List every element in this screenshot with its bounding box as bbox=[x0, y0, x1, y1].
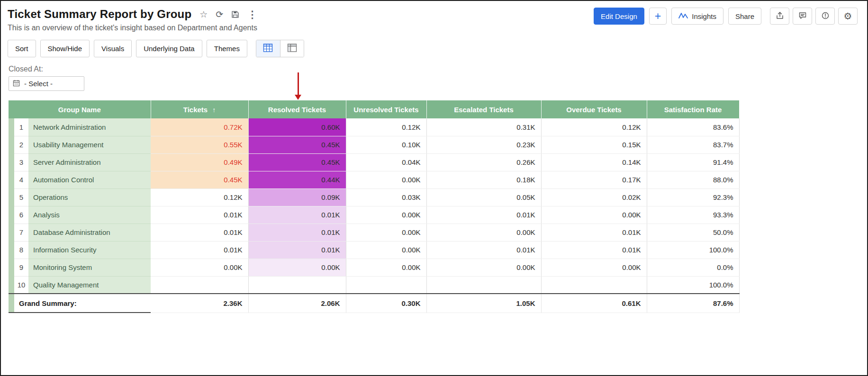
tickets-cell[interactable] bbox=[151, 276, 248, 294]
column-header-group-name[interactable]: Group Name bbox=[9, 100, 151, 118]
column-header-satisfaction-rate[interactable]: Satisfaction Rate bbox=[647, 100, 739, 118]
satisfaction-rate-cell[interactable]: 93.3% bbox=[647, 206, 739, 224]
unresolved-tickets-cell[interactable]: 0.10K bbox=[346, 136, 426, 153]
overdue-tickets-cell[interactable]: 0.00K bbox=[541, 259, 647, 276]
sort-ascending-icon[interactable]: ↑ bbox=[212, 106, 216, 114]
tickets-cell[interactable]: 0.55K bbox=[151, 136, 248, 153]
visuals-button[interactable]: Visuals bbox=[94, 40, 132, 57]
satisfaction-rate-cell[interactable]: 0.0% bbox=[647, 259, 739, 276]
overdue-tickets-cell[interactable]: 0.14K bbox=[541, 153, 647, 171]
escalated-tickets-cell[interactable]: 0.00K bbox=[426, 224, 541, 241]
group-name-cell[interactable]: Information Security bbox=[28, 241, 151, 259]
resolved-tickets-cell[interactable]: 0.45K bbox=[248, 153, 346, 171]
escalated-tickets-cell[interactable]: 0.01K bbox=[426, 241, 541, 259]
tickets-cell[interactable]: 0.01K bbox=[151, 206, 248, 224]
tickets-cell[interactable]: 0.45K bbox=[151, 171, 248, 188]
show-hide-button[interactable]: Show/Hide bbox=[40, 40, 90, 57]
escalated-tickets-cell[interactable]: 0.00K bbox=[426, 259, 541, 276]
unresolved-tickets-cell[interactable]: 0.12K bbox=[346, 118, 426, 136]
overdue-tickets-cell[interactable]: 0.00K bbox=[541, 206, 647, 224]
escalated-tickets-cell[interactable] bbox=[426, 276, 541, 294]
satisfaction-rate-cell[interactable]: 50.0% bbox=[647, 224, 739, 241]
escalated-tickets-cell[interactable]: 0.31K bbox=[426, 118, 541, 136]
group-name-cell[interactable]: Usability Management bbox=[28, 136, 151, 153]
save-icon[interactable] bbox=[231, 10, 239, 18]
row-number: 8 bbox=[14, 241, 28, 259]
tickets-cell[interactable]: 0.00K bbox=[151, 259, 248, 276]
group-name-cell[interactable]: Automation Control bbox=[28, 171, 151, 188]
tickets-cell[interactable]: 0.01K bbox=[151, 241, 248, 259]
settings-button[interactable]: ⚙ bbox=[838, 8, 858, 25]
unresolved-tickets-cell[interactable]: 0.03K bbox=[346, 188, 426, 206]
unresolved-tickets-cell[interactable]: 0.04K bbox=[346, 153, 426, 171]
overdue-tickets-cell[interactable]: 0.12K bbox=[541, 118, 647, 136]
resolved-tickets-cell[interactable]: 0.00K bbox=[248, 259, 346, 276]
group-name-cell[interactable]: Operations bbox=[28, 188, 151, 206]
escalated-tickets-cell[interactable]: 0.26K bbox=[426, 153, 541, 171]
comments-button[interactable] bbox=[793, 8, 812, 25]
overdue-tickets-cell[interactable] bbox=[541, 276, 647, 294]
column-header-overdue-tickets[interactable]: Overdue Tickets bbox=[541, 100, 647, 118]
satisfaction-rate-cell[interactable]: 100.0% bbox=[647, 276, 739, 294]
group-name-cell[interactable]: Quality Management bbox=[28, 276, 151, 294]
escalated-tickets-cell[interactable]: 0.01K bbox=[426, 206, 541, 224]
table-body: 1 Network Administration 0.72K 0.60K 0.1… bbox=[9, 118, 739, 294]
tickets-cell[interactable]: 0.01K bbox=[151, 224, 248, 241]
share-button[interactable]: Share bbox=[728, 8, 761, 25]
unresolved-tickets-cell[interactable]: 0.00K bbox=[346, 259, 426, 276]
refresh-icon[interactable]: ⟳ bbox=[216, 10, 223, 19]
alerts-button[interactable] bbox=[815, 8, 835, 25]
satisfaction-rate-cell[interactable]: 88.0% bbox=[647, 171, 739, 188]
resolved-tickets-cell[interactable]: 0.01K bbox=[248, 241, 346, 259]
sort-button[interactable]: Sort bbox=[8, 40, 36, 57]
tickets-cell[interactable]: 0.72K bbox=[151, 118, 248, 136]
unresolved-tickets-cell[interactable]: 0.00K bbox=[346, 224, 426, 241]
resolved-tickets-cell[interactable]: 0.01K bbox=[248, 206, 346, 224]
pivot-view-button[interactable] bbox=[280, 40, 304, 57]
escalated-tickets-cell[interactable]: 0.05K bbox=[426, 188, 541, 206]
overdue-tickets-cell[interactable]: 0.01K bbox=[541, 241, 647, 259]
tickets-cell[interactable]: 0.12K bbox=[151, 188, 248, 206]
column-header-resolved-tickets[interactable]: Resolved Tickets bbox=[248, 100, 346, 118]
group-name-cell[interactable]: Monitoring System bbox=[28, 259, 151, 276]
favorite-star-icon[interactable]: ☆ bbox=[199, 10, 208, 19]
unresolved-tickets-cell[interactable]: 0.00K bbox=[346, 171, 426, 188]
unresolved-tickets-cell[interactable]: 0.00K bbox=[346, 241, 426, 259]
resolved-tickets-cell[interactable]: 0.60K bbox=[248, 118, 346, 136]
overdue-tickets-cell[interactable]: 0.15K bbox=[541, 136, 647, 153]
group-name-cell[interactable]: Analysis bbox=[28, 206, 151, 224]
resolved-tickets-cell[interactable]: 0.45K bbox=[248, 136, 346, 153]
closed-at-select[interactable]: - Select - bbox=[9, 76, 84, 91]
unresolved-tickets-cell[interactable] bbox=[346, 276, 426, 294]
edit-design-button[interactable]: Edit Design bbox=[594, 8, 644, 25]
overdue-tickets-cell[interactable]: 0.01K bbox=[541, 224, 647, 241]
tickets-cell[interactable]: 0.49K bbox=[151, 153, 248, 171]
resolved-tickets-cell[interactable]: 0.44K bbox=[248, 171, 346, 188]
export-button[interactable] bbox=[770, 8, 789, 25]
add-button[interactable]: + bbox=[649, 8, 667, 25]
unresolved-tickets-cell[interactable]: 0.00K bbox=[346, 206, 426, 224]
escalated-tickets-cell[interactable]: 0.18K bbox=[426, 171, 541, 188]
column-header-escalated-tickets[interactable]: Escalated Tickets bbox=[426, 100, 541, 118]
table-view-button[interactable] bbox=[256, 40, 280, 57]
more-options-icon[interactable]: ⋮ bbox=[247, 9, 257, 19]
group-name-cell[interactable]: Database Administration bbox=[28, 224, 151, 241]
resolved-tickets-cell[interactable] bbox=[248, 276, 346, 294]
escalated-tickets-cell[interactable]: 0.23K bbox=[426, 136, 541, 153]
underlying-data-button[interactable]: Underlying Data bbox=[136, 40, 202, 57]
satisfaction-rate-cell[interactable]: 92.3% bbox=[647, 188, 739, 206]
column-header-tickets[interactable]: Tickets↑ bbox=[151, 100, 248, 118]
resolved-tickets-cell[interactable]: 0.01K bbox=[248, 224, 346, 241]
satisfaction-rate-cell[interactable]: 83.7% bbox=[647, 136, 739, 153]
satisfaction-rate-cell[interactable]: 100.0% bbox=[647, 241, 739, 259]
overdue-tickets-cell[interactable]: 0.17K bbox=[541, 171, 647, 188]
insights-button[interactable]: Insights bbox=[671, 8, 723, 25]
satisfaction-rate-cell[interactable]: 83.6% bbox=[647, 118, 739, 136]
group-name-cell[interactable]: Network Administration bbox=[28, 118, 151, 136]
resolved-tickets-cell[interactable]: 0.09K bbox=[248, 188, 346, 206]
satisfaction-rate-cell[interactable]: 91.4% bbox=[647, 153, 739, 171]
column-header-unresolved-tickets[interactable]: Unresolved Tickets bbox=[346, 100, 426, 118]
themes-button[interactable]: Themes bbox=[207, 40, 247, 57]
overdue-tickets-cell[interactable]: 0.02K bbox=[541, 188, 647, 206]
group-name-cell[interactable]: Server Administration bbox=[28, 153, 151, 171]
